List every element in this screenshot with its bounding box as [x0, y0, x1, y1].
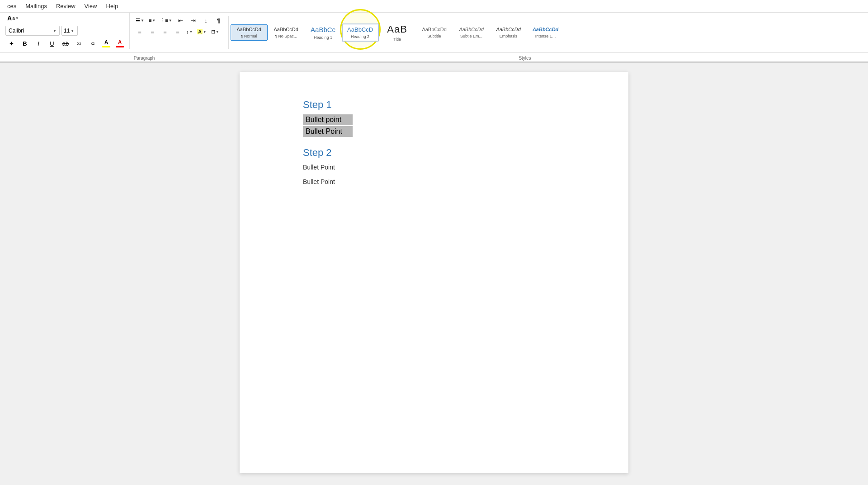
- text-highlight-btn[interactable]: A: [100, 38, 112, 48]
- style-intense-emphasis[interactable]: AaBbCcDd Intense E...: [527, 24, 564, 41]
- style-subtle-emphasis[interactable]: AaBbCcDd Subtle Em...: [453, 24, 490, 41]
- shading-btn[interactable]: A▼: [195, 27, 208, 37]
- align-center-btn[interactable]: ≡: [146, 27, 158, 37]
- style-heading1[interactable]: AaBbCc Heading 1: [305, 24, 342, 42]
- strikethrough-btn[interactable]: ab: [60, 38, 71, 48]
- step2-heading[interactable]: Step 2: [303, 147, 574, 159]
- superscript-btn[interactable]: x2: [87, 38, 99, 48]
- sort-btn[interactable]: ↕: [200, 15, 212, 25]
- clear-formatting-btn[interactable]: ✦: [5, 38, 17, 48]
- step1-section: Step 1 Bullet point Bullet Point: [303, 99, 574, 138]
- italic-btn[interactable]: I: [33, 38, 44, 48]
- align-right-btn[interactable]: ≡: [159, 27, 171, 37]
- menu-ces[interactable]: ces: [4, 2, 20, 10]
- step2-bullet2[interactable]: Bullet Point: [303, 177, 574, 187]
- paragraph-section-label: Paragraph: [134, 56, 155, 61]
- line-spacing-btn[interactable]: ↕▼: [184, 27, 194, 37]
- bullet-list-btn[interactable]: ☰▼: [134, 15, 146, 25]
- font-section: Aa ▼ Calibri ▼ 11 ▼: [2, 13, 130, 49]
- style-normal[interactable]: AaBbCcDd ¶ Normal: [231, 24, 268, 41]
- style-subtitle[interactable]: AaBbCcDd Subtitle: [416, 24, 453, 41]
- styles-section-label: Styles: [519, 56, 531, 61]
- multilevel-list-btn[interactable]: ⋮≡▼: [158, 15, 174, 25]
- increase-indent-btn[interactable]: ⇥: [188, 15, 199, 25]
- step1-heading[interactable]: Step 1: [303, 99, 574, 111]
- decrease-indent-btn[interactable]: ⇤: [175, 15, 187, 25]
- step1-bullet2[interactable]: Bullet Point: [303, 126, 353, 137]
- menu-view[interactable]: View: [81, 2, 101, 10]
- underline-btn[interactable]: U: [46, 38, 58, 48]
- document-page[interactable]: Step 1 Bullet point Bullet Point Step 2 …: [240, 72, 628, 473]
- document-area: Step 1 Bullet point Bullet Point Step 2 …: [0, 63, 868, 482]
- menu-review[interactable]: Review: [52, 2, 79, 10]
- borders-btn[interactable]: ⊟▼: [209, 27, 221, 37]
- font-color-btn[interactable]: A: [114, 38, 126, 48]
- style-emphasis[interactable]: AaBbCcDd Emphasis: [490, 24, 527, 41]
- font-style-btn[interactable]: Aa ▼: [5, 13, 21, 23]
- style-heading2[interactable]: AaBbCcD Heading 2: [342, 24, 379, 42]
- font-name-dropdown[interactable]: Calibri ▼: [5, 26, 60, 36]
- menu-help[interactable]: Help: [103, 2, 122, 10]
- step2-bullet1[interactable]: Bullet Point: [303, 162, 574, 172]
- step2-section: Step 2 Bullet Point Bullet Point: [303, 147, 574, 187]
- step1-bullet1[interactable]: Bullet point: [303, 114, 353, 125]
- style-no-spacing[interactable]: AaBbCcDd ¶ No Spac...: [268, 24, 305, 41]
- show-para-marks-btn[interactable]: ¶: [213, 15, 225, 25]
- bold-btn[interactable]: B: [19, 38, 31, 48]
- menu-mailings[interactable]: Mailings: [22, 2, 51, 10]
- numbered-list-btn[interactable]: ≡▼: [147, 15, 157, 25]
- subscript-btn[interactable]: x2: [73, 38, 85, 48]
- font-size-dropdown[interactable]: 11 ▼: [61, 26, 78, 36]
- justify-btn[interactable]: ≡: [172, 27, 184, 37]
- align-left-btn[interactable]: ≡: [134, 27, 146, 37]
- style-title[interactable]: AaB Title: [379, 21, 416, 43]
